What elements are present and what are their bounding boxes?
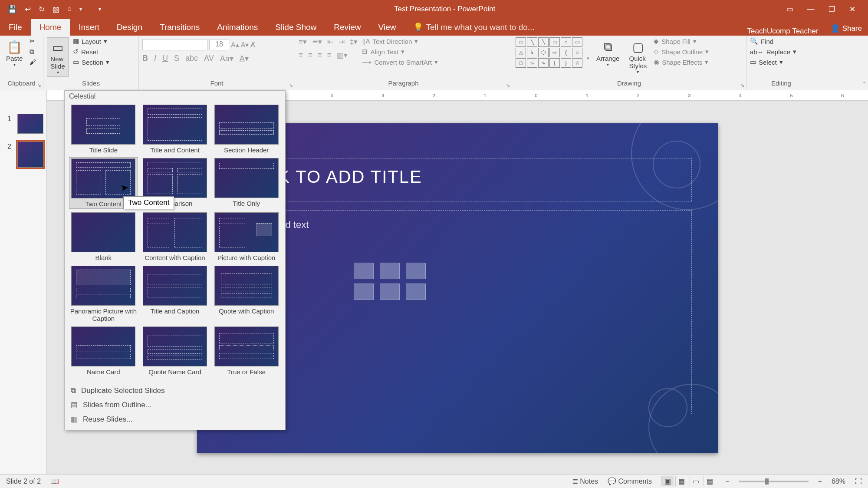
zoom-in-icon[interactable]: + [818,478,822,485]
find-button[interactable]: 🔍 Find [750,37,796,45]
justify-icon[interactable]: ≡ [327,51,332,60]
dialog-launcher-icon[interactable]: ↘ [506,82,510,88]
convert-smartart-button[interactable]: ⟶ Convert to SmartArt ▾ [362,58,438,66]
insert-table-icon[interactable] [354,263,374,279]
section-button[interactable]: ▭ Section ▾ [73,58,109,66]
normal-view-icon[interactable]: ▣ [661,476,674,486]
insert-picture-icon[interactable] [354,284,374,300]
shadow-icon[interactable]: S [174,54,179,63]
layout-section-header[interactable]: Section Header [212,104,281,155]
undo-icon[interactable]: ↩ [25,5,31,14]
insert-online-picture-icon[interactable] [380,284,400,300]
decrease-font-icon[interactable]: A▾ [241,41,249,49]
new-slide-button[interactable]: ▭ New Slide▾ [47,37,69,77]
layout-name-card[interactable]: Name Card [69,326,138,376]
align-left-icon[interactable]: ≡ [299,51,303,60]
reset-button[interactable]: ↺ Reset [73,48,109,56]
font-size-input[interactable]: 18 [209,39,229,50]
font-color-icon[interactable]: A▾ [240,54,249,63]
close-icon[interactable]: ✕ [847,5,858,14]
tab-review[interactable]: Review [325,19,369,36]
slides-from-outline-menu[interactable]: ▤Slides from Outline... [65,398,285,412]
shapes-gallery[interactable]: ▭╲╲▭○▭ △↳⬡⇨{☆ ⬠∿∿{}☆ [516,37,582,68]
zoom-slider[interactable] [739,481,809,482]
copy-icon[interactable]: ⧉ [30,48,36,56]
duplicate-slides-menu[interactable]: ⧉Duplicate Selected Slides [65,384,285,398]
tab-insert[interactable]: Insert [70,19,108,36]
change-case-icon[interactable]: Aa▾ [220,54,233,63]
paste-button[interactable]: 📋 Paste▾ [3,37,25,69]
shapes-more-icon[interactable]: ▾ [587,56,589,61]
insert-chart-icon[interactable] [380,263,400,279]
spellcheck-icon[interactable]: 📖 [50,477,59,485]
slide-sorter-icon[interactable]: ▦ [675,476,687,486]
slideshow-view-icon[interactable]: ▤ [704,476,716,486]
shape-effects-button[interactable]: ◉ Shape Effects ▾ [654,58,709,66]
layout-title-only[interactable]: Title Only [212,157,281,209]
tab-slideshow[interactable]: Slide Show [266,19,325,36]
arrange-button[interactable]: ⧉ Arrange▾ [594,37,622,69]
maximize-icon[interactable]: ❐ [826,5,837,14]
line-spacing-icon[interactable]: ‡▾ [350,37,358,46]
touch-mode-icon[interactable]: ○ [67,5,72,13]
reading-view-icon[interactable]: ▭ [690,476,702,486]
tab-file[interactable]: File [0,19,31,36]
dialog-launcher-icon[interactable]: ↘ [740,82,744,88]
italic-icon[interactable]: I [154,54,156,63]
quick-styles-button[interactable]: ▢ Quick Styles▾ [626,37,649,76]
strikethrough-icon[interactable]: abc [185,54,198,63]
redo-icon[interactable]: ↻ [39,5,45,14]
underline-icon[interactable]: U [162,54,168,63]
collapse-ribbon-icon[interactable]: ˆ [863,81,865,88]
ribbon-display-icon[interactable]: ▭ [785,5,795,14]
layout-title-and-content[interactable]: Title and Content [141,104,210,155]
align-text-button[interactable]: ⊟ Align Text ▾ [362,48,438,56]
save-icon[interactable]: 💾 [8,5,17,14]
tab-transitions[interactable]: Transitions [151,19,208,36]
layout-panoramic-picture[interactable]: Panoramic Picture with Caption [69,265,138,323]
minimize-icon[interactable]: — [806,5,816,14]
layout-picture-with-caption[interactable]: Picture with Caption [212,211,281,262]
cut-icon[interactable]: ✂ [30,37,36,45]
increase-font-icon[interactable]: A▴ [231,41,239,49]
font-family-input[interactable] [142,39,207,50]
zoom-out-icon[interactable]: − [725,478,729,485]
increase-indent-icon[interactable]: ⇥ [339,37,345,46]
reuse-slides-menu[interactable]: ▥Reuse Slides... [65,412,285,426]
layout-true-or-false[interactable]: True or False [212,326,281,376]
select-button[interactable]: ▭ Select ▾ [750,58,796,66]
layout-quote-name-card[interactable]: Quote Name Card [141,326,210,376]
qat-more-icon[interactable]: ▾ [79,6,82,12]
user-name[interactable]: TeachUcomp Teacher [741,27,825,36]
text-direction-button[interactable]: ‖A Text Direction ▾ [362,37,438,45]
qat-customize-icon[interactable]: ▾ [99,6,101,12]
decrease-indent-icon[interactable]: ⇤ [327,37,333,46]
tab-animations[interactable]: Animations [208,19,266,36]
tab-design[interactable]: Design [108,19,151,36]
tab-view[interactable]: View [370,19,405,36]
shape-fill-button[interactable]: ◆ Shape Fill ▾ [654,37,709,45]
char-spacing-icon[interactable]: AV [204,54,214,63]
replace-button[interactable]: ab↔ Replace ▾ [750,48,796,56]
comments-button[interactable]: 💬 Comments [608,477,652,485]
dialog-launcher-icon[interactable]: ↘ [289,82,293,88]
layout-quote-with-caption[interactable]: Quote with Caption [212,265,281,323]
layout-title-slide[interactable]: Title Slide [69,104,138,155]
fit-to-window-icon[interactable]: ⛶ [855,478,862,485]
share-button[interactable]: 👤Share [825,21,868,36]
zoom-percent[interactable]: 68% [832,478,845,485]
numbering-icon[interactable]: ≣▾ [312,37,322,46]
slide-thumbnail-1[interactable]: 1 [17,114,43,134]
start-from-beginning-icon[interactable]: ▧ [53,5,59,14]
bold-icon[interactable]: B [142,54,148,63]
layout-title-and-caption[interactable]: Title and Caption [141,265,210,323]
insert-smartart-icon[interactable] [406,263,426,279]
dialog-launcher-icon[interactable]: ↘ [37,82,41,88]
notes-button[interactable]: ≣ Notes [572,477,598,485]
layout-blank[interactable]: Blank [69,211,138,262]
tell-me[interactable]: 💡 Tell me what you want to do... [404,19,543,36]
slide-thumbnail-2[interactable]: 2 [17,142,43,168]
bullets-icon[interactable]: ≡▾ [299,37,307,46]
shape-outline-button[interactable]: ◇ Shape Outline ▾ [654,48,709,56]
title-placeholder[interactable]: CLICK TO ADD TITLE [223,158,692,201]
